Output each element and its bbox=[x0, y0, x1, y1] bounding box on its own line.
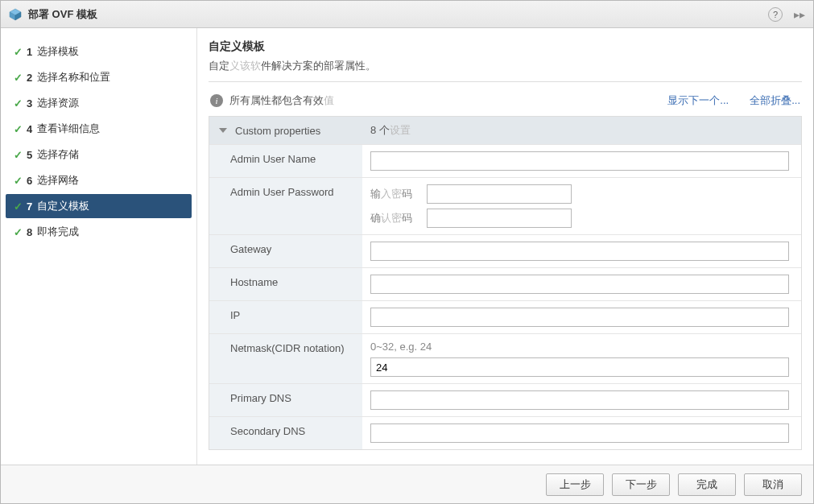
label-netmask: Netmask(CIDR notation) bbox=[209, 334, 362, 383]
input-hostname[interactable] bbox=[370, 275, 789, 294]
cube-icon bbox=[9, 8, 22, 21]
label-primary-dns: Primary DNS bbox=[209, 384, 362, 416]
info-icon: i bbox=[210, 94, 223, 107]
row-gateway: Gateway bbox=[209, 235, 801, 268]
label-hostname: Hostname bbox=[209, 268, 362, 300]
collapse-all-link[interactable]: 全部折叠... bbox=[750, 93, 800, 108]
section-custom-properties[interactable]: Custom properties 8 个设置 bbox=[209, 117, 801, 145]
step-select-template[interactable]: ✓1选择模板 bbox=[6, 39, 192, 64]
label-ip: IP bbox=[209, 301, 362, 333]
expand-icon[interactable]: ▸▸ bbox=[794, 8, 805, 21]
input-ip[interactable] bbox=[370, 308, 789, 327]
input-confirm-password[interactable] bbox=[427, 209, 572, 228]
row-ip: IP bbox=[209, 301, 801, 334]
back-button[interactable]: 上一步 bbox=[546, 473, 604, 496]
input-netmask[interactable] bbox=[370, 357, 789, 377]
wizard-sidebar: ✓1选择模板 ✓2选择名称和位置 ✓3选择资源 ✓4查看详细信息 ✓5选择存储 … bbox=[1, 28, 197, 465]
check-icon: ✓ bbox=[14, 226, 27, 238]
page-title: 自定义模板 bbox=[209, 39, 802, 54]
main-panel: 自定义模板 自定义该软件解决方案的部署属性。 i 所有属性都包含有效值 显示下一… bbox=[197, 28, 813, 465]
check-icon: ✓ bbox=[14, 200, 27, 213]
wizard-footer: 上一步 下一步 完成 取消 bbox=[1, 465, 813, 503]
row-netmask: Netmask(CIDR notation) 0~32, e.g. 24 bbox=[209, 334, 801, 384]
validation-status-text: 所有属性都包含有效值 bbox=[229, 93, 647, 108]
chevron-down-icon bbox=[219, 128, 227, 133]
step-ready-complete[interactable]: ✓8即将完成 bbox=[6, 220, 192, 244]
check-icon: ✓ bbox=[14, 97, 27, 109]
check-icon: ✓ bbox=[14, 123, 27, 135]
window-title: 部署 OVF 模板 bbox=[28, 7, 762, 22]
label-admin-user-password: Admin User Password bbox=[209, 178, 362, 234]
page-description: 自定义该软件解决方案的部署属性。 bbox=[209, 59, 802, 73]
section-count: 8 个设置 bbox=[362, 117, 801, 144]
input-enter-password[interactable] bbox=[427, 184, 572, 204]
netmask-hint: 0~32, e.g. 24 bbox=[370, 341, 793, 353]
label-secondary-dns: Secondary DNS bbox=[209, 417, 362, 449]
check-icon: ✓ bbox=[14, 72, 27, 84]
label-enter-password: 输入密码 bbox=[370, 187, 419, 201]
finish-button[interactable]: 完成 bbox=[678, 473, 736, 496]
cancel-button[interactable]: 取消 bbox=[744, 473, 802, 496]
step-customize-template[interactable]: ✓7自定义模板 bbox=[6, 194, 192, 218]
input-primary-dns[interactable] bbox=[370, 390, 789, 410]
step-select-storage[interactable]: ✓5选择存储 bbox=[6, 143, 192, 167]
label-gateway: Gateway bbox=[209, 235, 362, 267]
step-select-name-location[interactable]: ✓2选择名称和位置 bbox=[6, 65, 192, 89]
check-icon: ✓ bbox=[14, 46, 27, 58]
show-next-link[interactable]: 显示下一个... bbox=[667, 93, 729, 108]
divider bbox=[209, 81, 802, 82]
row-secondary-dns: Secondary DNS bbox=[209, 417, 801, 449]
label-confirm-password: 确认密码 bbox=[370, 211, 419, 225]
step-select-network[interactable]: ✓6选择网络 bbox=[6, 168, 192, 192]
input-secondary-dns[interactable] bbox=[370, 423, 789, 443]
step-review-details[interactable]: ✓4查看详细信息 bbox=[6, 117, 192, 141]
check-icon: ✓ bbox=[14, 175, 27, 187]
next-button[interactable]: 下一步 bbox=[612, 473, 670, 496]
titlebar: 部署 OVF 模板 ? ▸▸ bbox=[1, 1, 813, 28]
label-admin-user-name: Admin User Name bbox=[209, 145, 362, 177]
properties-grid: Custom properties 8 个设置 Admin User Name … bbox=[209, 116, 802, 450]
input-gateway[interactable] bbox=[370, 242, 789, 261]
check-icon: ✓ bbox=[14, 149, 27, 161]
validation-status-row: i 所有属性都包含有效值 显示下一个... 全部折叠... bbox=[209, 93, 802, 108]
step-select-resource[interactable]: ✓3选择资源 bbox=[6, 91, 192, 115]
row-primary-dns: Primary DNS bbox=[209, 384, 801, 417]
help-icon[interactable]: ? bbox=[768, 7, 783, 22]
input-admin-user-name[interactable] bbox=[370, 151, 789, 171]
row-admin-user-password: Admin User Password 输入密码 确认密码 bbox=[209, 178, 801, 235]
row-hostname: Hostname bbox=[209, 268, 801, 301]
row-admin-user-name: Admin User Name bbox=[209, 145, 801, 178]
